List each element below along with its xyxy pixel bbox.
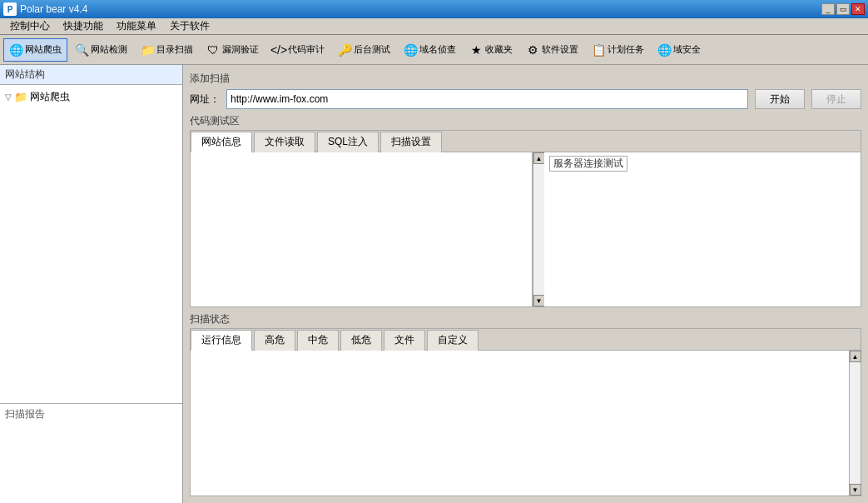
tab-low-risk[interactable]: 低危: [340, 330, 382, 351]
scan-status-scroll-down[interactable]: ▼: [850, 484, 861, 496]
website-detect-icon: 🔍: [75, 43, 88, 57]
folder-icon: 📁: [14, 91, 27, 103]
scan-report-label: 扫描报告: [5, 408, 45, 420]
stop-button[interactable]: 停止: [811, 89, 861, 109]
tab-run-info[interactable]: 运行信息: [191, 330, 252, 351]
toolbar-vuln-verify[interactable]: 🛡 漏洞验证: [201, 38, 265, 62]
tree-area: ▽ 📁 网站爬虫: [0, 85, 182, 403]
content-area: 添加扫描 网址： 开始 停止 代码测试区 网站信息 文件读取 SQL注入 扫描设…: [183, 65, 868, 503]
toolbar-website-crawler-label: 网站爬虫: [25, 43, 62, 56]
code-test-label: 代码测试区: [190, 114, 861, 128]
website-crawler-icon: 🌐: [9, 43, 22, 57]
toolbar-website-detect[interactable]: 🔍 网站检测: [69, 38, 133, 62]
toolbar-backend-test[interactable]: 🔑 后台测试: [332, 38, 396, 62]
scan-status-section: 扫描状态 运行信息 高危 中危 低危 文件 自定义 ▲ ▼: [190, 312, 861, 496]
main-area: 网站结构 ▽ 📁 网站爬虫 扫描报告 添加扫描 网址： 开始 停止 代码测试区: [0, 65, 868, 503]
scrollbar-up-arrow[interactable]: ▲: [533, 152, 545, 164]
toolbar-code-audit-label: 代码审计: [288, 43, 325, 56]
menu-about[interactable]: 关于软件: [163, 17, 216, 35]
add-scan-row: 网址： 开始 停止: [190, 89, 861, 109]
toolbar-domain-security-label: 域安全: [673, 43, 701, 56]
add-scan-title: 添加扫描: [190, 72, 861, 86]
title-bar-left: P Polar bear v4.4: [3, 2, 87, 16]
title-bar-controls: _ ▭ ✕: [821, 3, 865, 15]
toolbar-bookmarks-label: 收藏夹: [485, 43, 513, 56]
code-test-right-panel: 服务器连接测试: [544, 152, 861, 306]
code-audit-icon: </>: [272, 43, 285, 57]
sidebar-tree-title: 网站结构: [0, 65, 182, 85]
toolbar-software-settings-label: 软件设置: [542, 43, 578, 56]
toolbar-dir-scan-label: 目录扫描: [156, 43, 193, 56]
url-input[interactable]: [226, 89, 748, 109]
title-bar: P Polar bear v4.4 _ ▭ ✕: [0, 0, 868, 18]
backend-test-icon: 🔑: [338, 43, 351, 57]
vuln-verify-icon: 🛡: [206, 43, 220, 57]
scan-status-content: ▲ ▼: [191, 351, 861, 496]
tab-file-read[interactable]: 文件读取: [254, 132, 315, 152]
toolbar-code-audit[interactable]: </> 代码审计: [266, 38, 330, 62]
scan-status-label: 扫描状态: [190, 312, 861, 326]
start-button[interactable]: 开始: [755, 89, 805, 109]
toolbar-dir-scan[interactable]: 📁 目录扫描: [135, 38, 199, 62]
tree-expand-icon: ▽: [5, 92, 12, 102]
toolbar-bookmarks[interactable]: ★ 收藏夹: [464, 38, 518, 62]
code-test-section: 代码测试区 网站信息 文件读取 SQL注入 扫描设置 ▲ ▼: [190, 114, 861, 307]
tab-website-info[interactable]: 网站信息: [191, 132, 252, 152]
scan-status-scrollbar[interactable]: ▲ ▼: [849, 351, 861, 496]
tab-files[interactable]: 文件: [384, 330, 425, 351]
toolbar-backend-test-label: 后台测试: [354, 43, 390, 56]
menu-shortcuts[interactable]: 快捷功能: [57, 17, 110, 35]
tree-node-crawler[interactable]: ▽ 📁 网站爬虫: [3, 88, 179, 106]
tab-custom[interactable]: 自定义: [427, 330, 479, 351]
restore-button[interactable]: ▭: [836, 3, 850, 15]
menu-functions[interactable]: 功能菜单: [110, 17, 163, 35]
scrollbar-down-arrow[interactable]: ▼: [533, 295, 545, 306]
sidebar: 网站结构 ▽ 📁 网站爬虫 扫描报告: [0, 65, 183, 503]
code-test-container: 网站信息 文件读取 SQL注入 扫描设置 ▲ ▼ 服务器连接测试: [190, 130, 861, 307]
code-test-content: ▲ ▼ 服务器连接测试: [191, 152, 861, 306]
scan-status-container: 运行信息 高危 中危 低危 文件 自定义 ▲ ▼: [190, 328, 861, 496]
domain-security-icon: 🌐: [657, 43, 671, 57]
app-title: Polar bear v4.4: [20, 3, 87, 15]
toolbar-software-settings[interactable]: ⚙ 软件设置: [520, 38, 584, 62]
toolbar-domain-security[interactable]: 🌐 域安全: [652, 38, 707, 62]
tab-high-risk[interactable]: 高危: [254, 330, 295, 351]
menu-bar: 控制中心 快捷功能 功能菜单 关于软件: [0, 18, 868, 35]
tab-medium-risk[interactable]: 中危: [297, 330, 339, 351]
bookmarks-icon: ★: [469, 43, 483, 57]
domain-detect-icon: 🌐: [404, 43, 417, 57]
app-icon: P: [3, 2, 17, 16]
close-button[interactable]: ✕: [851, 3, 865, 15]
toolbar-schedule-tasks-label: 计划任务: [608, 43, 644, 56]
scan-status-tab-bar: 运行信息 高危 中危 低危 文件 自定义: [191, 329, 861, 351]
tree-node-label: 网站爬虫: [30, 90, 70, 104]
dir-scan-icon: 📁: [141, 43, 154, 57]
tab-scan-settings[interactable]: 扫描设置: [380, 132, 442, 152]
schedule-tasks-icon: 📋: [592, 43, 605, 57]
server-test-label: 服务器连接测试: [549, 156, 627, 172]
scrollbar-track: [533, 164, 545, 295]
tab-sql-inject[interactable]: SQL注入: [317, 132, 379, 152]
code-test-scrollbar[interactable]: ▲ ▼: [533, 152, 544, 306]
code-test-left-panel: [191, 152, 533, 306]
toolbar-website-crawler[interactable]: 🌐 网站爬虫: [3, 38, 67, 62]
sidebar-scan-report: 扫描报告: [0, 403, 182, 503]
software-settings-icon: ⚙: [526, 43, 539, 57]
toolbar: 🌐 网站爬虫 🔍 网站检测 📁 目录扫描 🛡 漏洞验证 </> 代码审计 🔑 后…: [0, 35, 868, 65]
minimize-button[interactable]: _: [821, 3, 835, 15]
menu-control-center[interactable]: 控制中心: [3, 17, 57, 35]
toolbar-website-detect-label: 网站检测: [91, 43, 127, 56]
toolbar-domain-detect-label: 域名侦查: [419, 43, 456, 56]
toolbar-domain-detect[interactable]: 🌐 域名侦查: [398, 38, 462, 62]
scan-status-scroll-track: [850, 362, 861, 484]
toolbar-schedule-tasks[interactable]: 📋 计划任务: [586, 38, 650, 62]
add-scan-section: 添加扫描 网址： 开始 停止: [190, 72, 861, 109]
code-test-tab-bar: 网站信息 文件读取 SQL注入 扫描设置: [191, 131, 861, 152]
toolbar-vuln-verify-label: 漏洞验证: [222, 43, 259, 56]
scan-status-scroll-up[interactable]: ▲: [850, 351, 861, 362]
url-label: 网址：: [190, 92, 220, 107]
